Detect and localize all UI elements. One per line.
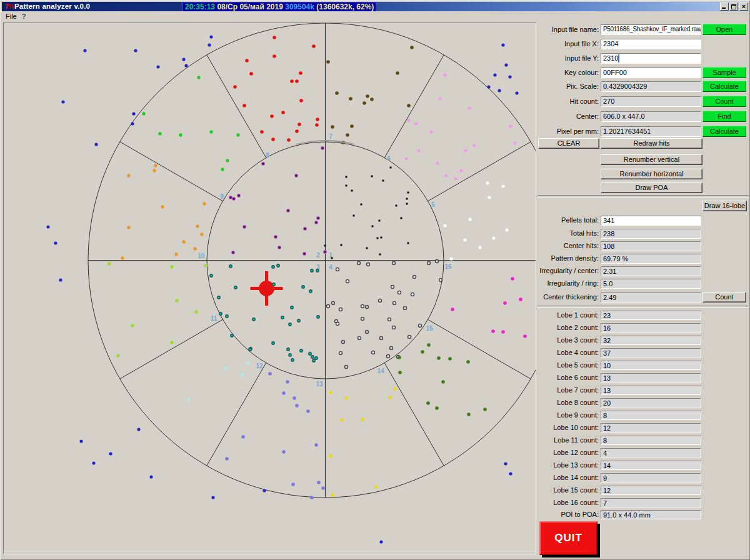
svg-text:8: 8 [266,152,269,159]
svg-text:4: 4 [329,264,332,271]
svg-text:12: 12 [256,362,263,369]
svg-text:7: 7 [329,133,332,140]
svg-text:13: 13 [316,381,323,388]
svg-text:2: 2 [316,252,320,259]
svg-text:9: 9 [220,193,224,200]
svg-text:10: 10 [198,252,205,259]
svg-text:6: 6 [387,155,391,162]
svg-text:16: 16 [444,263,452,270]
svg-text:11: 11 [211,315,218,322]
svg-text:15: 15 [426,325,433,332]
svg-text:5: 5 [431,201,435,208]
svg-text:14: 14 [377,368,384,374]
